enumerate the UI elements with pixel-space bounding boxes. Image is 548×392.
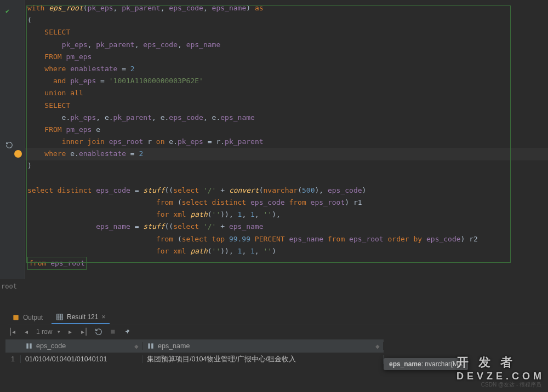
column-icon — [147, 342, 155, 350]
row-count-label: 1 row — [36, 328, 52, 336]
tooltip-name: eps_name — [389, 360, 421, 368]
svg-rect-9 — [148, 343, 150, 348]
column-header-label: eps_code — [36, 342, 66, 350]
csdn-watermark: CSDN @友达 - 很程序员 — [481, 381, 541, 389]
fold-column[interactable] — [18, 0, 25, 279]
code-line[interactable]: from eps_root — [27, 257, 546, 269]
svg-rect-10 — [151, 343, 153, 348]
last-page-icon[interactable]: ▸⎮ — [80, 327, 89, 336]
column-header-label: eps_name — [158, 342, 190, 350]
svg-rect-7 — [26, 343, 28, 348]
code-line[interactable]: inner join eps_root r on e.pk_eps = r.pk… — [27, 136, 546, 148]
svg-rect-0 — [13, 315, 18, 320]
code-line[interactable]: FROM pm_eps e — [27, 124, 546, 136]
code-line[interactable]: FROM pm_eps — [27, 51, 546, 63]
result-grid[interactable]: eps_code ◆ eps_name ◆ 1 01/0104/010401/0… — [5, 339, 384, 366]
column-header-eps-name[interactable]: eps_name ◆ — [142, 342, 384, 350]
close-icon[interactable]: × — [101, 313, 105, 321]
code-line[interactable]: ) — [27, 160, 546, 172]
code-line[interactable]: and pk_eps = '1001A11000000003P62E' — [27, 75, 546, 87]
tab-result-label: Result 121 — [67, 313, 98, 321]
code-line[interactable]: from (select distinct eps_code from eps_… — [27, 197, 546, 209]
sort-icon[interactable]: ◆ — [134, 343, 139, 349]
code-line[interactable]: union all — [27, 87, 546, 99]
column-icon — [25, 342, 33, 350]
code-line[interactable]: for xml path('')), 1, 1, ''), — [27, 209, 546, 221]
refresh-icon[interactable] — [5, 141, 13, 151]
stop-icon[interactable] — [109, 327, 117, 336]
code-pane[interactable]: with eps_root(pk_eps, pk_parent, eps_cod… — [25, 0, 548, 279]
editor-tab-label: root — [1, 283, 17, 290]
code-line[interactable]: e.pk_eps, e.pk_parent, e.eps_code, e.eps… — [27, 112, 546, 124]
cell-eps-code[interactable]: 01/0104/010401/01040101 — [21, 355, 142, 363]
grid-icon — [56, 313, 64, 321]
first-page-icon[interactable]: ⎮◂ — [8, 327, 16, 336]
svg-rect-1 — [57, 314, 63, 320]
code-line[interactable]: with eps_root(pk_eps, pk_parent, eps_cod… — [27, 2, 546, 14]
output-icon — [12, 314, 20, 321]
row-number: 1 — [5, 355, 21, 363]
run-ok-icon: ✔ — [5, 7, 9, 15]
type-tooltip: eps_name: nvarchar(MA — [384, 358, 468, 370]
tab-result[interactable]: Result 121 × — [52, 311, 110, 324]
reload-icon[interactable] — [94, 327, 103, 336]
column-header-eps-code[interactable]: eps_code ◆ — [21, 342, 142, 350]
pin-icon[interactable] — [123, 327, 132, 336]
code-line[interactable]: from (select top 99.99 PERCENT eps_name … — [27, 233, 546, 245]
code-line[interactable]: where e.enablestate = 2 — [27, 148, 546, 160]
code-line[interactable]: pk_eps, pk_parent, eps_code, eps_name — [27, 39, 546, 51]
watermark: 开 发 者 DEVZE.COM — [456, 354, 545, 382]
grid-header: eps_code ◆ eps_name ◆ — [5, 339, 384, 353]
sort-icon[interactable]: ◆ — [375, 343, 380, 349]
table-row[interactable]: 1 01/0104/010401/01040101 集团预算项目/0104物业管… — [5, 353, 384, 366]
highlighted-fragment: from eps_root — [27, 257, 87, 270]
code-line[interactable]: SELECT — [27, 100, 546, 112]
code-line[interactable]: where enablestate = 2 — [27, 63, 546, 75]
code-line[interactable]: select distinct eps_code = stuff((select… — [27, 185, 546, 197]
next-page-icon[interactable]: ▸ — [66, 327, 75, 336]
code-line[interactable]: eps_name = stuff((select '/' + eps_name — [27, 221, 546, 233]
cell-eps-name[interactable]: 集团预算项目/0104物业管理/广报中心/租金收入 — [142, 355, 384, 364]
tab-output[interactable]: Output — [8, 312, 47, 324]
code-line[interactable]: for xml path('')), 1, 1, '') — [27, 245, 546, 257]
code-editor[interactable]: ✔ with eps_root(pk_eps, pk_parent, eps_c… — [0, 0, 548, 279]
svg-rect-8 — [30, 343, 32, 348]
code-line[interactable]: SELECT — [27, 26, 546, 38]
code-line[interactable]: ( — [27, 14, 546, 26]
bottom-panel-tabs: Output Result 121 × — [8, 310, 548, 325]
svg-rect-6 — [111, 330, 115, 334]
dropdown-icon[interactable]: ▾ — [58, 329, 60, 335]
watermark-line2: DEVZE.COM — [456, 371, 545, 382]
editor-gutter: ✔ — [0, 0, 25, 279]
result-toolbar: ⎮◂ ◂ 1 row ▾ ▸ ▸⎮ — [5, 325, 548, 338]
tab-output-label: Output — [23, 314, 43, 321]
code-line[interactable] — [27, 172, 546, 185]
prev-page-icon[interactable]: ◂ — [22, 327, 31, 336]
tooltip-type: : nvarchar(MA — [421, 360, 463, 368]
